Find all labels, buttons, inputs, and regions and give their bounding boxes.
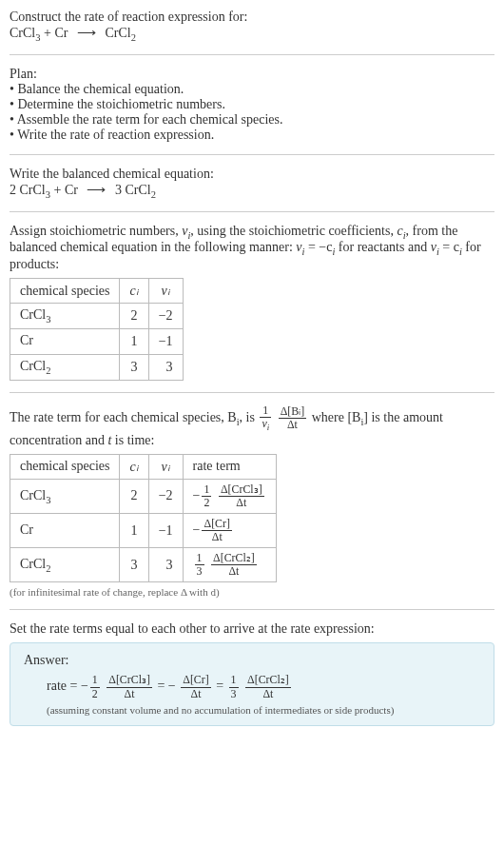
plan-bullet-2: • Determine the stoichiometric numbers. bbox=[10, 97, 494, 112]
rate-term-cell: −12 Δ[CrCl₃]Δt bbox=[183, 479, 276, 513]
plan-bullet-1: • Balance the chemical equation. bbox=[10, 82, 494, 97]
bal-product-1: 3 CrCl bbox=[115, 183, 151, 197]
rate-term-section: The rate term for each chemical species,… bbox=[10, 404, 494, 599]
answer-box: Answer: rate = −12 Δ[CrCl₃]Δt = − Δ[Cr]Δ… bbox=[10, 642, 494, 725]
plan-bullet-4: • Write the rate of reaction expression. bbox=[10, 128, 494, 143]
frac-crcl3: Δ[CrCl₃]Δt bbox=[107, 674, 152, 699]
arrow-icon: ⟶ bbox=[77, 25, 96, 41]
species-cell: Cr bbox=[10, 514, 120, 548]
frac-third: 13 bbox=[229, 674, 239, 699]
ci-cell: 3 bbox=[120, 354, 148, 380]
species-cell: CrCl3 bbox=[10, 479, 120, 513]
divider bbox=[10, 154, 494, 155]
nui-cell: −1 bbox=[148, 514, 183, 548]
final-heading: Set the rate terms equal to each other t… bbox=[10, 621, 494, 637]
eq1c: = −c bbox=[304, 240, 332, 254]
reactant-1: CrCl bbox=[10, 26, 35, 40]
ci-cell: 2 bbox=[120, 304, 148, 329]
balanced-section: Write the balanced chemical equation: 2 … bbox=[10, 167, 494, 200]
rt-t5: is time: bbox=[111, 433, 154, 447]
infinitesimal-note: (for infinitesimal rate of change, repla… bbox=[10, 586, 494, 598]
divider bbox=[10, 609, 494, 610]
bal-reactant-2: + Cr bbox=[50, 183, 78, 197]
col-ci: cᵢ bbox=[120, 454, 148, 479]
col-nui: νᵢ bbox=[148, 279, 183, 304]
stoich-section: Assign stoichiometric numbers, νi, using… bbox=[10, 224, 494, 381]
eq-sign-2: = bbox=[216, 679, 226, 693]
balanced-heading: Write the balanced chemical equation: bbox=[10, 167, 494, 182]
bal-reactant-1: 2 CrCl bbox=[10, 183, 46, 197]
species-cell: CrCl2 bbox=[10, 548, 120, 582]
table-row: Cr 1 −1 bbox=[10, 328, 184, 354]
frac-1-over-nui: 1νi bbox=[260, 404, 271, 433]
stoich-text: Assign stoichiometric numbers, νi, using… bbox=[10, 224, 494, 273]
rate-term-cell: 13 Δ[CrCl₂]Δt bbox=[183, 548, 276, 582]
rate-term-table: chemical species cᵢ νᵢ rate term CrCl3 2… bbox=[10, 454, 277, 583]
plan-heading: Plan: bbox=[10, 67, 494, 82]
divider bbox=[10, 392, 494, 393]
divider bbox=[10, 211, 494, 212]
stoich-t4: for reactants and bbox=[335, 240, 430, 254]
eq2c: = c bbox=[439, 240, 459, 254]
rt-t2: , is bbox=[240, 410, 259, 424]
nui-cell: −2 bbox=[148, 304, 183, 329]
balanced-equation: 2 CrCl3 + Cr ⟶ 3 CrCl2 bbox=[10, 182, 494, 200]
frac-crcl2: Δ[CrCl₂]Δt bbox=[245, 674, 291, 699]
col-species: chemical species bbox=[10, 454, 120, 479]
stoich-t2: , using the stoichiometric coefficients, bbox=[190, 224, 397, 238]
rate-expression: rate = −12 Δ[CrCl₃]Δt = − Δ[Cr]Δt = 13 Δ… bbox=[47, 674, 480, 699]
rt-t3: where [B bbox=[312, 410, 361, 424]
col-ci: cᵢ bbox=[120, 279, 148, 304]
nui-cell: −2 bbox=[148, 479, 183, 513]
eq-sign-1: = − bbox=[157, 679, 175, 693]
answer-label: Answer: bbox=[24, 653, 480, 668]
table-header-row: chemical species cᵢ νᵢ rate term bbox=[10, 454, 277, 479]
frac-cr: Δ[Cr]Δt bbox=[181, 674, 210, 699]
col-species: chemical species bbox=[10, 279, 120, 304]
prompt-equation: CrCl3 + Cr ⟶ CrCl2 bbox=[10, 25, 494, 43]
table-row: CrCl2 3 3 13 Δ[CrCl₂]Δt bbox=[10, 548, 277, 582]
stoich-table: chemical species cᵢ νᵢ CrCl3 2 −2 Cr 1 −… bbox=[10, 278, 184, 380]
rate-prefix: rate = − bbox=[47, 679, 88, 693]
table-row: CrCl3 2 −2 bbox=[10, 304, 184, 329]
col-rate-term: rate term bbox=[183, 454, 276, 479]
reactant-2: + Cr bbox=[40, 26, 68, 40]
table-row: CrCl3 2 −2 −12 Δ[CrCl₃]Δt bbox=[10, 479, 277, 513]
rate-term-text: The rate term for each chemical species,… bbox=[10, 404, 494, 448]
plan-bullet-3: • Assemble the rate term for each chemic… bbox=[10, 112, 494, 128]
ci-cell: 3 bbox=[120, 548, 148, 582]
table-row: Cr 1 −1 −Δ[Cr]Δt bbox=[10, 514, 277, 548]
nui-cell: 3 bbox=[148, 548, 183, 582]
rt-t1: The rate term for each chemical species,… bbox=[10, 410, 237, 424]
ci-cell: 1 bbox=[120, 328, 148, 354]
nui-cell: −1 bbox=[148, 328, 183, 354]
product-1-sub: 2 bbox=[131, 32, 136, 43]
frac-dBi-dt: Δ[Bᵢ]Δt bbox=[279, 405, 307, 431]
species-cell: Cr bbox=[10, 328, 120, 354]
nui-cell: 3 bbox=[148, 354, 183, 380]
table-header-row: chemical species cᵢ νᵢ bbox=[10, 279, 184, 304]
product-1: CrCl bbox=[105, 26, 130, 40]
prompt-section: Construct the rate of reaction expressio… bbox=[10, 10, 494, 43]
arrow-icon: ⟶ bbox=[87, 182, 106, 198]
prompt-title: Construct the rate of reaction expressio… bbox=[10, 10, 494, 25]
species-cell: CrCl3 bbox=[10, 304, 120, 329]
species-cell: CrCl2 bbox=[10, 354, 120, 380]
bal-product-1-sub: 2 bbox=[151, 189, 156, 200]
frac-half: 12 bbox=[90, 674, 100, 699]
ci-cell: 2 bbox=[120, 479, 148, 513]
ci-cell: 1 bbox=[120, 514, 148, 548]
answer-assumption-note: (assuming constant volume and no accumul… bbox=[47, 704, 480, 716]
stoich-t1: Assign stoichiometric numbers, bbox=[10, 224, 182, 238]
plan-section: Plan: • Balance the chemical equation. •… bbox=[10, 67, 494, 143]
rate-term-cell: −Δ[Cr]Δt bbox=[183, 514, 276, 548]
col-nui: νᵢ bbox=[148, 454, 183, 479]
table-row: CrCl2 3 3 bbox=[10, 354, 184, 380]
divider bbox=[10, 54, 494, 55]
final-section: Set the rate terms equal to each other t… bbox=[10, 621, 494, 725]
